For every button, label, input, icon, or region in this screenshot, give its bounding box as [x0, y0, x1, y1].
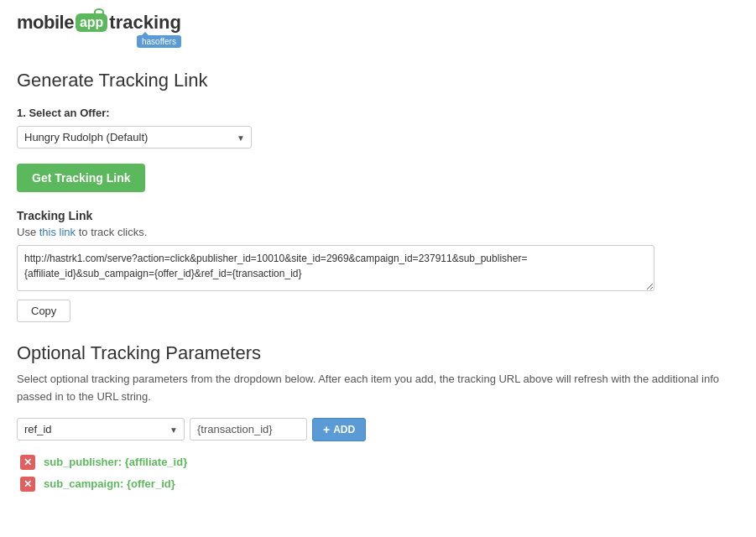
add-param-button[interactable]: + ADD — [312, 418, 366, 441]
main-content: Generate Tracking Link 1. Select an Offe… — [0, 56, 756, 522]
offer-select-row: Hungry Rudolph (Default) Other Offer — [17, 126, 739, 149]
optional-tracking-section: Optional Tracking Parameters Select opti… — [17, 342, 739, 492]
param-list-item: ✕ sub_publisher: {affiliate_id} — [20, 455, 739, 470]
logo-top-row: mobile app tracking — [17, 12, 181, 34]
param-list-item-2: ✕ sub_campaign: {offer_id} — [20, 477, 739, 492]
offer-select-wrapper[interactable]: Hungry Rudolph (Default) Other Offer — [17, 126, 252, 149]
select-offer-label: 1. Select an Offer: — [17, 107, 739, 119]
logo-app-badge: app — [76, 13, 107, 32]
tracking-link-section: Tracking Link Use this link to track cli… — [17, 209, 739, 322]
param-list-item-2-text: sub_campaign: {offer_id} — [44, 477, 175, 490]
tracking-link-desc-suffix: to track clicks. — [76, 226, 147, 238]
logo: mobile app tracking hasoffers — [17, 12, 739, 48]
tracking-link-desc-link[interactable]: this link — [39, 226, 76, 238]
remove-param-1-button[interactable]: ✕ — [20, 455, 35, 470]
remove-param-2-button[interactable]: ✕ — [20, 477, 35, 492]
offer-select[interactable]: Hungry Rudolph (Default) Other Offer — [17, 126, 252, 149]
logo-bottom-row: hasoffers — [17, 35, 181, 48]
logo-mobile-text: mobile — [17, 12, 74, 34]
param-select[interactable]: ref_id sub_publisher sub_campaign — [17, 418, 185, 441]
param-value-input[interactable] — [190, 418, 307, 441]
copy-button[interactable]: Copy — [17, 300, 70, 322]
header: mobile app tracking hasoffers — [0, 0, 756, 56]
get-tracking-link-button[interactable]: Get Tracking Link — [17, 164, 145, 192]
param-list: ✕ sub_publisher: {affiliate_id} ✕ sub_ca… — [17, 455, 739, 492]
tracking-link-title: Tracking Link — [17, 209, 739, 222]
logo-row: mobile app tracking hasoffers — [17, 12, 181, 48]
tracking-url-textarea[interactable] — [17, 245, 654, 291]
tracking-link-description: Use this link to track clicks. — [17, 226, 739, 238]
param-list-item-1-text: sub_publisher: {affiliate_id} — [44, 456, 187, 468]
plus-icon: + — [323, 423, 330, 436]
page-title: Generate Tracking Link — [17, 70, 739, 91]
add-button-label: ADD — [333, 424, 355, 435]
optional-params-title: Optional Tracking Parameters — [17, 342, 739, 364]
param-add-row: ref_id sub_publisher sub_campaign + ADD — [17, 418, 739, 441]
optional-params-description: Select optional tracking parameters from… — [17, 371, 739, 406]
param-select-wrapper[interactable]: ref_id sub_publisher sub_campaign — [17, 418, 185, 441]
logo-tracking-text: tracking — [109, 12, 181, 34]
tracking-link-desc-prefix: Use — [17, 226, 39, 238]
logo-hasoffers-text: hasoffers — [137, 35, 181, 48]
